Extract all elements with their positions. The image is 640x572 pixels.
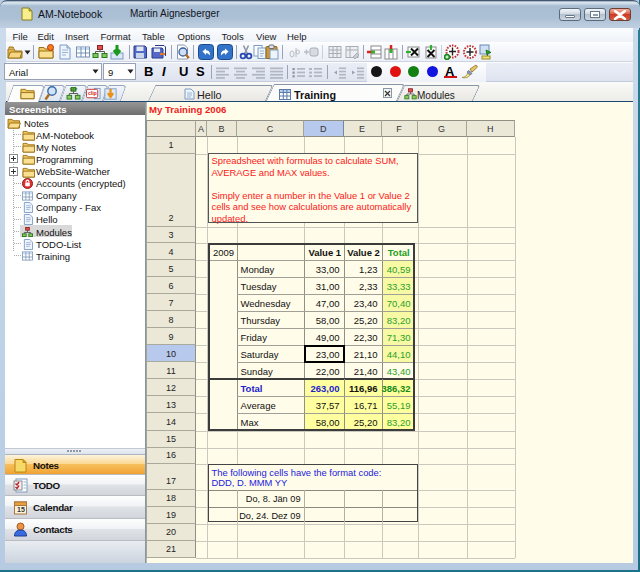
svg-text:SEP: SEP <box>70 88 78 92</box>
svg-text:15: 15 <box>17 506 25 513</box>
svg-text:clip: clip <box>88 90 97 96</box>
